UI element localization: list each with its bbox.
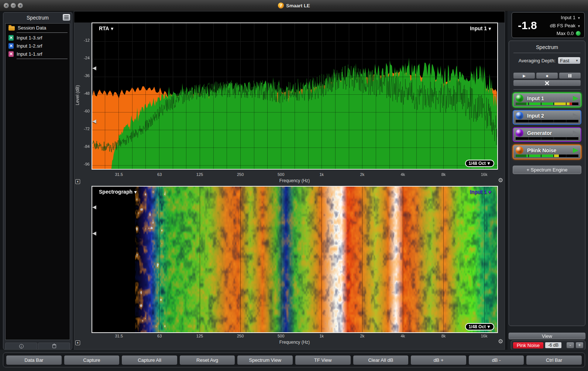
graph-top-strip: [74, 11, 505, 22]
sidebar-menu-icon[interactable]: [63, 14, 70, 21]
control-panel: Input 1▼ -1.8 dB FS Peak▼ Max 0.0 Spectr…: [508, 11, 588, 350]
info-button[interactable]: i: [5, 343, 37, 350]
spectrograph-x-tick-label: 2k: [360, 334, 365, 338]
engine-settings-button[interactable]: [513, 80, 581, 86]
engine-play-icon[interactable]: [573, 148, 578, 153]
engine-color-ball-icon[interactable]: [516, 129, 523, 137]
level-meter-readout: Input 1▼ -1.8 dB FS Peak▼ Max 0.0: [512, 12, 585, 38]
meter-max: Max 0.0: [557, 31, 581, 36]
spectrograph-x-tick-label: 8k: [441, 334, 446, 338]
pink-noise-button[interactable]: Pink Noise: [513, 342, 543, 349]
engine-row-generator[interactable]: Generator: [513, 127, 581, 142]
bottom-button-tf-view[interactable]: TF View: [295, 356, 351, 365]
pause-button[interactable]: [559, 73, 581, 79]
graph-area: RTA Input 1 1/48 Oct ◀ ◀ Level (dB) -12-…: [74, 11, 505, 350]
session-data-label: Session Data: [18, 25, 46, 31]
rta-y-tick-label: -12: [75, 38, 90, 42]
engine-row-p9ink-noise[interactable]: P9ink Noise: [513, 145, 581, 159]
generator-bar: Pink Noise -6 dB - +: [511, 340, 585, 350]
bottom-button-db-[interactable]: dB +: [411, 356, 466, 365]
bottom-button-capture-all[interactable]: Capture All: [122, 356, 177, 365]
averaging-depth-label: Averaging Depth:: [519, 58, 556, 63]
level-down-button[interactable]: -: [567, 342, 574, 348]
chevron-down-icon: ▼: [577, 16, 581, 20]
spectrograph-source-dropdown[interactable]: Input 1: [470, 189, 492, 195]
divider: [17, 59, 68, 59]
rta-close-icon[interactable]: ×: [75, 179, 80, 184]
engine-color-ball-icon[interactable]: [516, 112, 523, 119]
rta-x-tick-label: 31.5: [115, 172, 123, 177]
file-item-input-1-1-srf[interactable]: ✕Input 1-1.srf: [6, 50, 70, 58]
spectrograph-x-tick-label: 31.5: [115, 334, 123, 338]
bottom-button-capture[interactable]: Capture: [64, 356, 120, 365]
rta-source-dropdown[interactable]: Input 1: [470, 25, 492, 31]
spectrograph-settings-gear-icon[interactable]: ⚙: [498, 338, 503, 345]
spectrograph-x-tick-label: 500: [278, 334, 284, 338]
spectrograph-type-dropdown[interactable]: Spectrograph: [99, 189, 138, 195]
bottom-button-data-bar[interactable]: Data Bar: [6, 356, 62, 365]
meter-source-dropdown[interactable]: Input 1▼: [561, 15, 581, 20]
add-spectrum-engine-button[interactable]: + Spectrum Engine: [513, 166, 581, 174]
spectrograph-canvas: [92, 187, 497, 332]
rta-threshold-marker-icon[interactable]: ◀: [92, 65, 96, 70]
rta-settings-gear-icon[interactable]: ⚙: [498, 177, 503, 184]
divider: [17, 32, 68, 33]
session-data-list: Session Data ✕Input 1-3.srf✕Input 1-2.sr…: [5, 23, 70, 340]
spectrum-panel: Spectrum Averaging Depth: Fast▼ ▶ ■ Inpu…: [509, 41, 585, 326]
spectrograph-x-tick-label: 63: [157, 334, 162, 338]
level-up-button[interactable]: +: [576, 342, 583, 348]
tools-icon: [544, 81, 550, 85]
spectrograph-x-tick-label: 16k: [481, 334, 488, 338]
play-button[interactable]: ▶: [513, 73, 535, 79]
engine-level-meter: [516, 137, 578, 140]
rta-x-tick-label: 250: [237, 172, 244, 177]
engine-row-input-2[interactable]: Input 2: [513, 110, 581, 125]
engine-name: Generator: [527, 130, 552, 136]
delete-button[interactable]: [38, 343, 70, 350]
rta-banding-dropdown[interactable]: 1/48 Oct: [465, 160, 494, 167]
meter-value: -1.8: [518, 19, 537, 32]
rta-x-tick-label: 2k: [360, 172, 365, 177]
rta-x-tick-label: 1k: [319, 172, 324, 177]
engine-row-input-1[interactable]: Input 1: [513, 93, 581, 107]
view-button[interactable]: View: [509, 333, 585, 339]
bottom-button-clear-all-db[interactable]: Clear All dB: [353, 356, 409, 365]
stop-button[interactable]: ■: [536, 73, 558, 79]
engine-play-icon[interactable]: [573, 131, 578, 136]
rta-y-tick-label: -72: [75, 126, 90, 131]
rta-threshold-marker-icon[interactable]: ◀: [92, 118, 96, 124]
window-title: Smaart LE: [286, 3, 310, 8]
spectrograph-banding-dropdown[interactable]: 1/48 Oct: [465, 323, 494, 330]
rta-y-tick-label: -96: [75, 162, 90, 166]
app-window: × − + f Smaart LE Spectrum Session Data …: [0, 0, 588, 371]
engine-play-icon[interactable]: [573, 113, 578, 118]
session-data-row[interactable]: Session Data: [6, 24, 70, 32]
spectrograph-close-icon[interactable]: ×: [75, 340, 80, 345]
rta-plot[interactable]: RTA Input 1 1/48 Oct ◀ ◀: [92, 22, 498, 170]
bottom-button-db-[interactable]: dB -: [469, 356, 524, 365]
rta-spectrum-canvas: [92, 23, 497, 169]
bottom-button-spectrum-view[interactable]: Spectrum View: [237, 356, 293, 365]
file-name: Input 1-2.srf: [17, 43, 42, 49]
srf-file-icon: ✕: [8, 43, 14, 49]
file-item-input-1-2-srf[interactable]: ✕Input 1-2.srf: [6, 42, 70, 50]
spectrograph-marker-icon[interactable]: ◀: [92, 204, 96, 209]
engine-play-icon[interactable]: [573, 96, 578, 101]
rta-type-dropdown[interactable]: RTA: [99, 25, 114, 31]
file-item-input-1-3-srf[interactable]: ✕Input 1-3.srf: [6, 34, 70, 42]
window-title-area: f Smaart LE: [0, 0, 588, 11]
spectrograph-plot[interactable]: Spectrograph Input 1 1/48 Oct ◀ ◀: [92, 186, 498, 333]
rta-y-tick-label: -48: [75, 91, 90, 96]
engine-color-ball-icon[interactable]: [516, 94, 523, 102]
averaging-depth-select[interactable]: Fast▼: [558, 57, 580, 64]
divider: [513, 53, 581, 53]
bottom-button-reset-avg[interactable]: Reset Avg: [180, 356, 235, 365]
signal-led-icon: [576, 31, 581, 36]
engine-level-meter: [516, 120, 578, 122]
meter-unit-dropdown[interactable]: dB FS Peak▼: [550, 23, 581, 28]
bottom-button-ctrl-bar[interactable]: Ctrl Bar: [526, 356, 582, 365]
spectrograph-marker-icon[interactable]: ◀: [92, 230, 96, 236]
engine-color-ball-icon[interactable]: [516, 146, 523, 154]
averaging-depth-row: Averaging Depth: Fast▼: [509, 57, 580, 64]
rta-x-tick-label: 63: [157, 172, 162, 177]
